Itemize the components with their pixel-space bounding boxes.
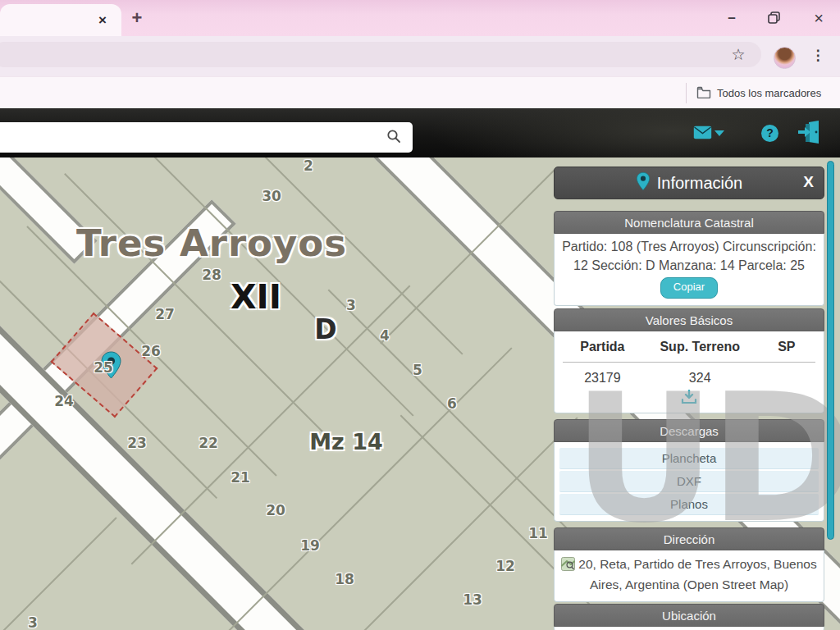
new-tab-button[interactable]: + [126,7,148,29]
parcel-number: 6 [447,395,457,412]
browser-window: × + – × ☆ ⋮ Todos los marcadores [0,0,840,630]
city-label: Tres Arroyos [76,221,347,265]
val-partida: 23179 [563,363,642,386]
val-sup-terreno: 324 [642,363,758,386]
parcel-number: 25 [94,359,113,376]
block-label: Mz 14 [309,429,383,454]
parcel-line [0,517,117,630]
bookmarks-separator [686,83,687,103]
parcel-number: 23 [127,435,147,451]
direccion-header: Dirección [554,527,824,550]
download-plancheta-button[interactable]: Plancheta [559,448,819,469]
col-sup-terreno: Sup. Terreno [642,340,758,363]
download-dxf-button[interactable]: DXF [559,471,819,492]
parcel-number: 27 [155,306,175,322]
parcel-number: 2 [304,158,313,174]
parcel-number: 11 [528,525,548,541]
col-sp: SP [758,340,815,363]
parcel-number: 3 [346,297,356,313]
section-letter-label: D [314,313,336,345]
window-restore-button[interactable] [760,7,788,30]
help-icon[interactable]: ? [761,125,778,142]
active-tab[interactable]: × [0,4,121,36]
nomenclatura-card: Nomenclatura Catastral Partido: 108 (Tre… [554,211,824,306]
parcel-number: 18 [335,571,354,587]
parcel-number: 12 [495,558,515,574]
download-tray-icon[interactable] [681,393,697,407]
download-planos-button[interactable]: Planos [559,494,819,515]
search-icon[interactable] [386,129,401,147]
parcel-number: 5 [413,362,422,378]
bookmarks-folder-icon[interactable] [696,86,711,102]
parcel-number: 4 [380,327,390,344]
browser-menu-icon[interactable]: ⋮ [809,44,827,67]
window-close-button[interactable]: × [805,7,833,30]
descargas-card: Descargas Plancheta DXF Planos [554,419,824,522]
window-minimize-button[interactable]: – [718,7,746,30]
street-map-thumbnail-icon [561,557,575,576]
tab-close-icon[interactable]: × [94,11,112,30]
bookmarks-bar: Todos los marcadores [0,76,840,108]
panel-close-button[interactable]: X [803,173,814,191]
parcel-number: 19 [300,537,320,554]
valores-header: Valores Básicos [554,308,824,331]
nomenclatura-text: Partido: 108 (Tres Arroyos) Circunscripc… [559,238,819,275]
section-roman-label: XII [231,277,281,317]
parcel-number: 26 [141,343,161,359]
parcel-number: 28 [202,267,221,283]
tab-strip: × + – × [0,0,840,36]
direccion-card: Dirección 20, Reta, Partido de Tres Arro… [554,527,824,602]
panel-pin-icon [636,171,651,195]
restore-icon [768,11,780,24]
parcel-number: 20 [266,502,285,518]
parcel-number: 21 [231,469,250,486]
envelope-dropdown-caret-icon[interactable] [714,130,724,136]
ubicacion-card: Ubicación [554,604,824,630]
profile-avatar[interactable] [774,47,796,69]
direccion-text: 20, Reta, Partido de Tres Arroyos, Bueno… [578,557,816,591]
app-header: ? [0,108,840,158]
parcel-number: 30 [262,188,281,204]
val-sp [758,363,815,386]
all-bookmarks-label[interactable]: Todos los marcadores [717,82,821,104]
parcel-number: 3 [28,614,38,630]
ubicacion-header: Ubicación [554,604,824,627]
info-panel-header[interactable]: Información X [554,167,824,199]
parcel-number: 13 [463,591,482,608]
address-bar[interactable] [0,42,761,67]
valores-card: Valores Básicos Partida Sup. Terreno SP … [554,308,824,413]
browser-toolbar: ☆ ⋮ [0,36,840,76]
search-input[interactable] [0,122,413,153]
col-partida: Partida [563,340,642,363]
panel-scrollbar[interactable] [827,161,834,540]
copy-button[interactable]: Copiar [660,277,718,298]
bookmark-star-icon[interactable]: ☆ [728,45,748,65]
panel-title: Información [657,174,743,193]
parcel-line [131,285,411,565]
messages-envelope-icon[interactable] [693,126,712,143]
logout-door-icon[interactable] [797,120,822,148]
parcel-number: 22 [199,435,218,451]
descargas-header: Descargas [554,419,824,442]
parcel-number: 24 [54,393,74,409]
nomenclatura-header: Nomenclatura Catastral [554,211,824,234]
